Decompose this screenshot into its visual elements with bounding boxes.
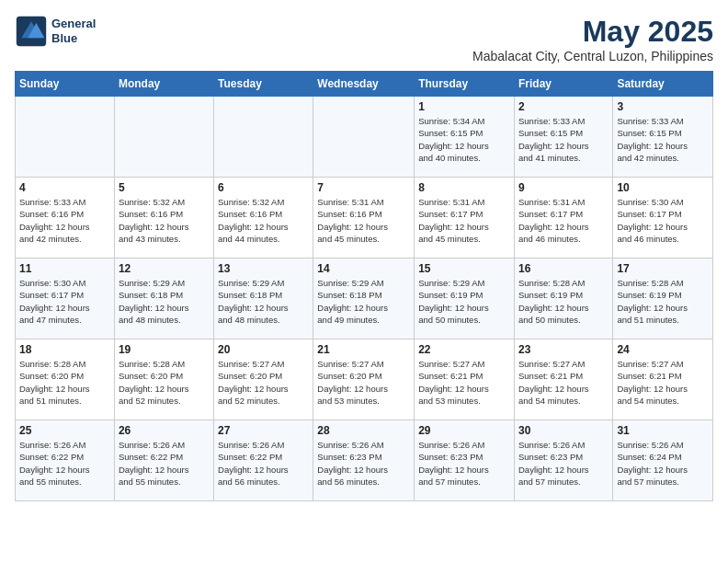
day-info: Sunrise: 5:28 AM Sunset: 6:20 PM Dayligh… (19, 358, 110, 407)
day-info: Sunrise: 5:32 AM Sunset: 6:16 PM Dayligh… (218, 196, 309, 245)
day-info: Sunrise: 5:28 AM Sunset: 6:19 PM Dayligh… (518, 277, 609, 326)
calendar-cell: 15Sunrise: 5:29 AM Sunset: 6:19 PM Dayli… (415, 259, 515, 339)
day-number: 10 (617, 181, 709, 194)
header-row: SundayMondayTuesdayWednesdayThursdayFrid… (16, 72, 713, 97)
calendar-cell: 14Sunrise: 5:29 AM Sunset: 6:18 PM Dayli… (313, 259, 415, 339)
calendar-cell: 25Sunrise: 5:26 AM Sunset: 6:22 PM Dayli… (16, 420, 115, 501)
calendar-title: May 2025 (472, 15, 713, 49)
calendar-cell: 28Sunrise: 5:26 AM Sunset: 6:23 PM Dayli… (313, 420, 415, 501)
calendar-table: SundayMondayTuesdayWednesdayThursdayFrid… (15, 71, 713, 501)
calendar-cell: 10Sunrise: 5:30 AM Sunset: 6:17 PM Dayli… (613, 178, 713, 259)
calendar-cell: 1Sunrise: 5:34 AM Sunset: 6:15 PM Daylig… (415, 97, 515, 178)
day-number: 18 (19, 343, 110, 356)
day-number: 4 (19, 181, 110, 194)
logo-text: General Blue (51, 17, 96, 45)
day-info: Sunrise: 5:29 AM Sunset: 6:18 PM Dayligh… (119, 277, 210, 326)
day-number: 24 (617, 343, 709, 356)
calendar-cell: 18Sunrise: 5:28 AM Sunset: 6:20 PM Dayli… (16, 339, 115, 420)
calendar-cell: 20Sunrise: 5:27 AM Sunset: 6:20 PM Dayli… (214, 339, 313, 420)
logo: General Blue (15, 15, 96, 48)
week-row-1: 1Sunrise: 5:34 AM Sunset: 6:15 PM Daylig… (16, 97, 713, 178)
calendar-cell: 24Sunrise: 5:27 AM Sunset: 6:21 PM Dayli… (613, 339, 713, 420)
day-info: Sunrise: 5:33 AM Sunset: 6:15 PM Dayligh… (518, 115, 609, 164)
day-header-sunday: Sunday (16, 72, 115, 97)
day-number: 15 (418, 262, 510, 275)
day-number: 17 (617, 262, 709, 275)
day-number: 12 (119, 262, 210, 275)
day-info: Sunrise: 5:26 AM Sunset: 6:24 PM Dayligh… (617, 439, 709, 488)
calendar-cell: 9Sunrise: 5:31 AM Sunset: 6:17 PM Daylig… (514, 178, 612, 259)
day-number: 11 (19, 262, 110, 275)
day-number: 22 (418, 343, 510, 356)
day-info: Sunrise: 5:29 AM Sunset: 6:19 PM Dayligh… (418, 277, 510, 326)
day-info: Sunrise: 5:26 AM Sunset: 6:23 PM Dayligh… (518, 439, 609, 488)
calendar-cell: 7Sunrise: 5:31 AM Sunset: 6:16 PM Daylig… (313, 178, 415, 259)
week-row-4: 18Sunrise: 5:28 AM Sunset: 6:20 PM Dayli… (16, 339, 713, 420)
day-info: Sunrise: 5:27 AM Sunset: 6:21 PM Dayligh… (418, 358, 510, 407)
calendar-cell (313, 97, 415, 178)
day-number: 5 (119, 181, 210, 194)
calendar-cell: 19Sunrise: 5:28 AM Sunset: 6:20 PM Dayli… (114, 339, 213, 420)
calendar-subtitle: Mabalacat City, Central Luzon, Philippin… (472, 49, 713, 63)
calendar-cell: 31Sunrise: 5:26 AM Sunset: 6:24 PM Dayli… (613, 420, 713, 501)
day-info: Sunrise: 5:34 AM Sunset: 6:15 PM Dayligh… (418, 115, 510, 164)
calendar-cell: 2Sunrise: 5:33 AM Sunset: 6:15 PM Daylig… (514, 97, 612, 178)
calendar-cell: 8Sunrise: 5:31 AM Sunset: 6:17 PM Daylig… (415, 178, 515, 259)
day-info: Sunrise: 5:31 AM Sunset: 6:16 PM Dayligh… (317, 196, 410, 245)
day-header-monday: Monday (114, 72, 213, 97)
day-header-tuesday: Tuesday (214, 72, 313, 97)
day-info: Sunrise: 5:31 AM Sunset: 6:17 PM Dayligh… (518, 196, 609, 245)
day-number: 26 (119, 424, 210, 437)
day-info: Sunrise: 5:26 AM Sunset: 6:23 PM Dayligh… (317, 439, 410, 488)
day-header-friday: Friday (514, 72, 612, 97)
day-number: 25 (19, 424, 110, 437)
day-info: Sunrise: 5:27 AM Sunset: 6:21 PM Dayligh… (617, 358, 709, 407)
day-number: 7 (317, 181, 410, 194)
day-number: 2 (518, 100, 609, 113)
day-number: 28 (317, 424, 410, 437)
title-block: May 2025 Mabalacat City, Central Luzon, … (472, 15, 713, 63)
calendar-cell: 6Sunrise: 5:32 AM Sunset: 6:16 PM Daylig… (214, 178, 313, 259)
calendar-cell: 4Sunrise: 5:33 AM Sunset: 6:16 PM Daylig… (16, 178, 115, 259)
day-number: 14 (317, 262, 410, 275)
calendar-cell: 27Sunrise: 5:26 AM Sunset: 6:22 PM Dayli… (214, 420, 313, 501)
day-number: 1 (418, 100, 510, 113)
calendar-cell: 12Sunrise: 5:29 AM Sunset: 6:18 PM Dayli… (114, 259, 213, 339)
calendar-cell: 21Sunrise: 5:27 AM Sunset: 6:20 PM Dayli… (313, 339, 415, 420)
calendar-cell: 13Sunrise: 5:29 AM Sunset: 6:18 PM Dayli… (214, 259, 313, 339)
calendar-cell (16, 97, 115, 178)
day-info: Sunrise: 5:29 AM Sunset: 6:18 PM Dayligh… (218, 277, 309, 326)
day-header-thursday: Thursday (415, 72, 515, 97)
day-info: Sunrise: 5:29 AM Sunset: 6:18 PM Dayligh… (317, 277, 410, 326)
day-info: Sunrise: 5:30 AM Sunset: 6:17 PM Dayligh… (19, 277, 110, 326)
calendar-cell: 3Sunrise: 5:33 AM Sunset: 6:15 PM Daylig… (613, 97, 713, 178)
calendar-cell: 16Sunrise: 5:28 AM Sunset: 6:19 PM Dayli… (514, 259, 612, 339)
calendar-cell: 11Sunrise: 5:30 AM Sunset: 6:17 PM Dayli… (16, 259, 115, 339)
day-info: Sunrise: 5:26 AM Sunset: 6:23 PM Dayligh… (418, 439, 510, 488)
day-number: 27 (218, 424, 309, 437)
calendar-cell: 5Sunrise: 5:32 AM Sunset: 6:16 PM Daylig… (114, 178, 213, 259)
day-number: 31 (617, 424, 709, 437)
day-number: 23 (518, 343, 609, 356)
calendar-cell: 30Sunrise: 5:26 AM Sunset: 6:23 PM Dayli… (514, 420, 612, 501)
day-number: 8 (418, 181, 510, 194)
day-info: Sunrise: 5:28 AM Sunset: 6:20 PM Dayligh… (119, 358, 210, 407)
day-info: Sunrise: 5:26 AM Sunset: 6:22 PM Dayligh… (19, 439, 110, 488)
day-info: Sunrise: 5:26 AM Sunset: 6:22 PM Dayligh… (218, 439, 309, 488)
day-info: Sunrise: 5:30 AM Sunset: 6:17 PM Dayligh… (617, 196, 709, 245)
day-info: Sunrise: 5:27 AM Sunset: 6:21 PM Dayligh… (518, 358, 609, 407)
calendar-cell: 29Sunrise: 5:26 AM Sunset: 6:23 PM Dayli… (415, 420, 515, 501)
logo-icon (15, 15, 48, 48)
calendar-cell: 23Sunrise: 5:27 AM Sunset: 6:21 PM Dayli… (514, 339, 612, 420)
day-info: Sunrise: 5:33 AM Sunset: 6:15 PM Dayligh… (617, 115, 709, 164)
day-info: Sunrise: 5:28 AM Sunset: 6:19 PM Dayligh… (617, 277, 709, 326)
week-row-5: 25Sunrise: 5:26 AM Sunset: 6:22 PM Dayli… (16, 420, 713, 501)
day-number: 13 (218, 262, 309, 275)
calendar-cell: 22Sunrise: 5:27 AM Sunset: 6:21 PM Dayli… (415, 339, 515, 420)
calendar-cell: 17Sunrise: 5:28 AM Sunset: 6:19 PM Dayli… (613, 259, 713, 339)
day-info: Sunrise: 5:26 AM Sunset: 6:22 PM Dayligh… (119, 439, 210, 488)
calendar-cell: 26Sunrise: 5:26 AM Sunset: 6:22 PM Dayli… (114, 420, 213, 501)
day-number: 16 (518, 262, 609, 275)
day-number: 9 (518, 181, 609, 194)
week-row-3: 11Sunrise: 5:30 AM Sunset: 6:17 PM Dayli… (16, 259, 713, 339)
